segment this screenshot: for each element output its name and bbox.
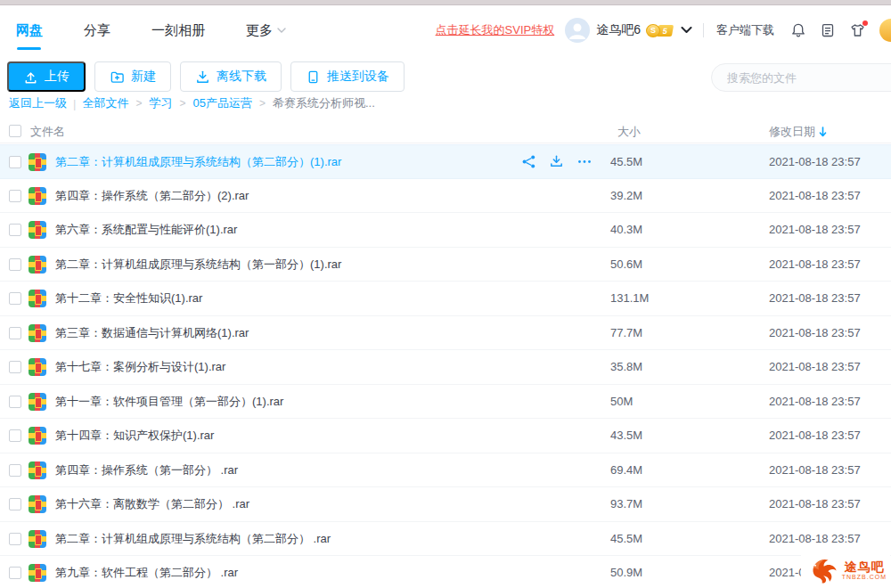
upload-icon	[23, 69, 38, 85]
file-name[interactable]: 第二章：计算机组成原理与系统结构（第一部分）(1).rar	[55, 248, 341, 282]
notification-dot	[862, 20, 868, 26]
file-name[interactable]: 第十二章：安全性知识(1).rar	[55, 282, 202, 316]
row-actions	[521, 145, 593, 178]
column-header-size[interactable]: 大小	[617, 124, 641, 140]
rar-file-icon	[29, 290, 46, 307]
file-name[interactable]: 第十四章：知识产权保护(1).rar	[55, 419, 214, 453]
upload-label: 上传	[45, 69, 69, 85]
select-all-checkbox[interactable]	[9, 125, 21, 137]
row-checkbox[interactable]	[9, 429, 21, 442]
row-checkbox[interactable]	[9, 498, 21, 510]
tasks-clipboard-icon[interactable]	[820, 22, 836, 38]
offline-download-button[interactable]: 离线下载	[180, 61, 282, 92]
file-table-header: 文件名 大小 修改日期	[0, 118, 891, 143]
file-row[interactable]: 第三章：数据通信与计算机网络(1).rar 77.7M 2021-08-18 2…	[0, 316, 891, 351]
column-header-date[interactable]: 修改日期	[769, 124, 827, 140]
file-row[interactable]: 第六章：系统配置与性能评价(1).rar 40.3M 2021-08-18 23…	[0, 213, 891, 248]
row-checkbox[interactable]	[9, 190, 21, 202]
file-date: 2021-08-18 23:57	[769, 282, 861, 316]
file-row[interactable]: 第四章：操作系统（第一部分） .rar 69.4M 2021-08-18 23:…	[0, 453, 891, 488]
rar-file-icon	[29, 461, 46, 479]
file-name[interactable]: 第二章：计算机组成原理与系统结构（第二部分）(1).rar	[55, 145, 341, 180]
tab-netdisk[interactable]: 网盘	[16, 22, 43, 39]
baidu-netdisk-page: 网盘 分享 一刻相册 更多 点击延长我的SVIP特权 途鸟吧6 S 5	[0, 0, 891, 588]
search-input[interactable]	[727, 71, 874, 85]
rar-file-icon	[29, 427, 46, 445]
file-date: 2021-08-18 23:57	[769, 350, 861, 385]
row-checkbox[interactable]	[9, 464, 21, 477]
file-name[interactable]: 第三章：数据通信与计算机网络(1).rar	[55, 316, 249, 351]
row-checkbox[interactable]	[9, 327, 21, 339]
file-row[interactable]: 第十四章：知识产权保护(1).rar 43.5M 2021-08-18 23:5…	[0, 419, 891, 453]
row-checkbox[interactable]	[9, 361, 21, 373]
row-checkbox[interactable]	[9, 396, 21, 408]
rar-file-icon	[29, 187, 46, 205]
rar-file-icon	[29, 256, 46, 274]
row-checkbox[interactable]	[9, 567, 21, 579]
download-icon[interactable]	[549, 154, 564, 169]
row-checkbox[interactable]	[9, 292, 21, 305]
file-row[interactable]: 第十二章：安全性知识(1).rar 131.1M 2021-08-18 23:5…	[0, 282, 891, 316]
device-icon	[306, 69, 321, 85]
rar-file-icon	[29, 153, 46, 171]
row-checkbox[interactable]	[9, 258, 21, 271]
breadcrumb-separator: >	[179, 97, 185, 110]
row-checkbox[interactable]	[9, 533, 21, 545]
tab-more[interactable]: 更多	[246, 22, 286, 39]
file-size: 39.2M	[610, 179, 642, 214]
breadcrumb: 返回上一级 | 全部文件 > 学习 > 05产品运营 > 希赛系统分析师视...	[9, 95, 375, 111]
file-name[interactable]: 第四章：操作系统（第二部分）(2).rar	[55, 179, 249, 214]
file-size: 40.3M	[610, 213, 642, 248]
file-name[interactable]: 第六章：系统配置与性能评价(1).rar	[55, 213, 237, 248]
avatar[interactable]	[565, 18, 590, 43]
new-folder-label: 新建	[131, 69, 156, 85]
corner-avatar[interactable]	[879, 19, 891, 42]
notifications-bell-icon[interactable]	[790, 22, 806, 38]
file-name[interactable]: 第十七章：案例分析与设计(1).rar	[55, 350, 225, 385]
svip-renew-link[interactable]: 点击延长我的SVIP特权	[436, 22, 555, 38]
row-checkbox[interactable]	[9, 156, 21, 168]
file-row[interactable]: 第四章：操作系统（第二部分）(2).rar 39.2M 2021-08-18 2…	[0, 179, 891, 214]
file-name[interactable]: 第四章：操作系统（第一部分） .rar	[55, 453, 238, 488]
tab-moment-album[interactable]: 一刻相册	[151, 22, 205, 39]
offline-download-label: 离线下载	[217, 69, 266, 85]
file-date: 2021-08-18 23:57	[769, 179, 861, 214]
file-row[interactable]: 第二章：计算机组成原理与系统结构（第一部分）(1).rar 50.6M 2021…	[0, 248, 891, 282]
column-header-filename[interactable]: 文件名	[30, 124, 65, 140]
row-checkbox[interactable]	[9, 224, 21, 236]
breadcrumb-item-study[interactable]: 学习	[149, 95, 172, 111]
file-size: 93.7M	[610, 487, 642, 522]
tab-share[interactable]: 分享	[84, 22, 110, 39]
file-size: 35.8M	[610, 350, 642, 385]
client-download-link[interactable]: 客户端下载	[716, 22, 774, 38]
file-row[interactable]: 第二章：计算机组成原理与系统结构（第二部分）(1).rar 45.5M 2021…	[0, 144, 891, 179]
file-name[interactable]: 第九章：软件工程（第二部分） .rar	[55, 556, 238, 588]
file-row[interactable]: 第十一章：软件项目管理（第一部分）(1).rar 50M 2021-08-18 …	[0, 385, 891, 420]
breadcrumb-item-product-ops[interactable]: 05产品运营	[192, 95, 251, 111]
push-to-device-label: 推送到设备	[327, 69, 389, 85]
user-menu-chevron-icon[interactable]	[681, 27, 692, 34]
active-tab-underline	[17, 47, 41, 50]
breadcrumb-item-all-files[interactable]: 全部文件	[82, 95, 128, 111]
dress-up-tshirt-icon[interactable]	[849, 22, 866, 38]
file-name[interactable]: 第二章：计算机组成原理与系统结构（第二部分） .rar	[55, 522, 331, 557]
file-row[interactable]: 第十六章：离散数学（第二部分） .rar 93.7M 2021-08-18 23…	[0, 487, 891, 522]
rar-file-icon	[29, 393, 46, 411]
breadcrumb-back-link[interactable]: 返回上一级	[9, 95, 67, 111]
push-to-device-button[interactable]: 推送到设备	[290, 61, 405, 92]
new-folder-button[interactable]: 新建	[94, 61, 171, 92]
upload-button[interactable]: 上传	[7, 61, 86, 92]
username[interactable]: 途鸟吧6	[596, 22, 641, 38]
file-row[interactable]: 第二章：计算机组成原理与系统结构（第二部分） .rar 45.5M 2021-0…	[0, 522, 891, 557]
file-toolbar: 上传 新建 离线下载 推送到设备	[7, 61, 413, 92]
file-name[interactable]: 第十一章：软件项目管理（第一部分）(1).rar	[55, 385, 283, 420]
tab-moment-album-label: 一刻相册	[151, 22, 205, 39]
share-icon[interactable]	[521, 154, 536, 169]
more-actions-icon[interactable]	[576, 154, 593, 169]
file-date: 2021-08-18 23:57	[769, 316, 861, 351]
file-name[interactable]: 第十六章：离散数学（第二部分） .rar	[55, 487, 249, 522]
offline-download-icon	[195, 69, 210, 85]
file-row[interactable]: 第十七章：案例分析与设计(1).rar 35.8M 2021-08-18 23:…	[0, 350, 891, 385]
file-row[interactable]: 第九章：软件工程（第二部分） .rar 50.9M 2021-08-18 23:…	[0, 556, 891, 588]
file-size: 50.6M	[610, 248, 642, 282]
